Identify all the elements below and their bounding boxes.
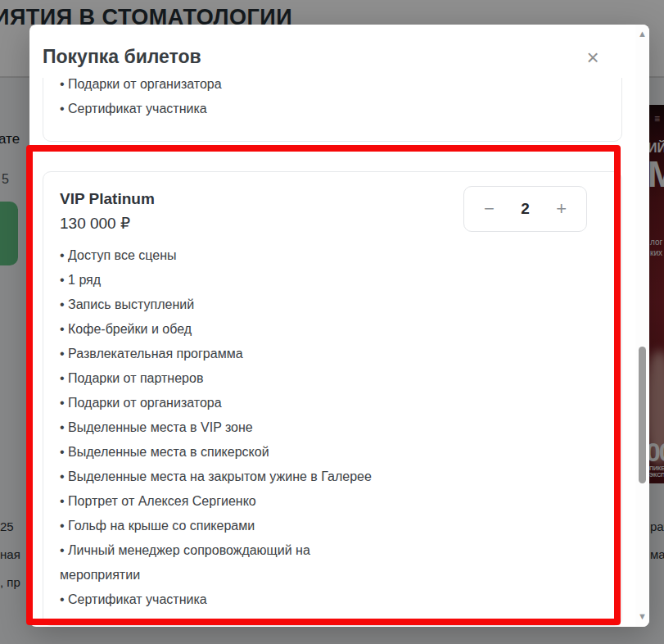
ticket-feature: Выделенные места в спикерской	[60, 440, 605, 465]
ticket-feature: Развлекательная программа	[60, 342, 605, 366]
ticket-feature: Кофе-брейки и обед	[60, 317, 605, 342]
ticket-name: VIP Platinum	[60, 187, 155, 211]
quantity-stepper: − 2 +	[463, 186, 587, 232]
purchase-tickets-modal: Покупка билетов × Подарки от организатор…	[29, 25, 649, 627]
ticket-list: Подарки от организатораСертификат участн…	[29, 78, 635, 627]
ticket-feature: Личный менеджер сопровождающий на	[60, 538, 605, 563]
ticket-card-header: VIP Platinum 130 000 ₽ − 2 +	[60, 187, 605, 236]
scrollbar-up-icon[interactable]: ▲	[635, 29, 649, 39]
ticket-feature: Подарки от организатора	[60, 391, 605, 415]
increase-quantity-button[interactable]: +	[556, 200, 567, 218]
ticket-feature: 1 ряд	[60, 268, 605, 293]
ticket-feature: Запись выступлений	[60, 293, 605, 317]
ticket-feature: Гольф на крыше со спикерами	[60, 514, 605, 538]
modal-scrollbar[interactable]: ▲ ▼	[635, 25, 649, 627]
ticket-feature: Портрет от Алексея Сергиенко	[60, 489, 605, 514]
ticket-features: Подарки от организатораСертификат участн…	[60, 78, 605, 121]
scrollbar-down-icon[interactable]: ▼	[635, 611, 649, 621]
ticket-price: 130 000 ₽	[60, 211, 155, 236]
ticket-feature: Доступ все сцены	[60, 243, 605, 268]
close-button[interactable]: ×	[581, 46, 604, 69]
ticket-feature: Выделенные места на закрытом ужине в Гал…	[60, 465, 605, 489]
modal-title: Покупка билетов	[43, 46, 201, 68]
quantity-value: 2	[521, 200, 530, 218]
ticket-features: Доступ все сцены1 рядЗапись выступленийК…	[60, 243, 605, 612]
ticket-feature: Подарки от партнеров	[60, 366, 605, 391]
ticket-feature: Сертификат участника	[60, 587, 605, 612]
decrease-quantity-button[interactable]: −	[484, 200, 495, 218]
ticket-feature: мероприятии	[60, 563, 605, 587]
scrollbar-thumb[interactable]	[639, 347, 646, 483]
ticket-card-previous: Подарки от организатораСертификат участн…	[43, 78, 622, 142]
ticket-feature: Сертификат участника	[60, 97, 605, 121]
ticket-feature: Подарки от организатора	[60, 78, 605, 97]
ticket-feature: Выделенные места в VIP зоне	[60, 415, 605, 440]
ticket-title-block: VIP Platinum 130 000 ₽	[60, 187, 155, 236]
ticket-card-vip-platinum: VIP Platinum 130 000 ₽ − 2 + Доступ все …	[43, 171, 622, 626]
